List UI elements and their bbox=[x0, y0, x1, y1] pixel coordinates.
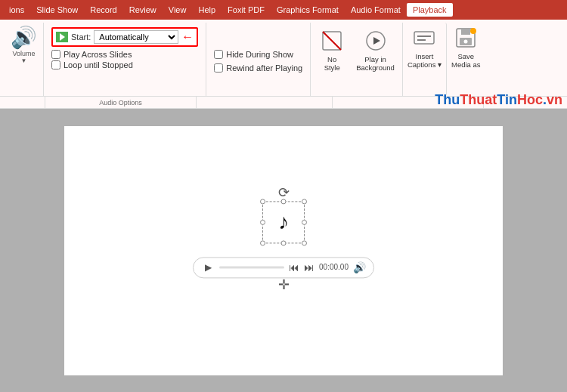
start-label: Start: bbox=[71, 32, 91, 42]
menu-bar: ions Slide Show Record Review View Help … bbox=[0, 0, 567, 20]
handle-ml[interactable] bbox=[260, 219, 265, 224]
svg-line-1 bbox=[323, 32, 341, 50]
ribbon: 🔊 Volume ▼ Start: Automatically On Click… bbox=[0, 20, 567, 109]
start-row: Start: Automatically On Click When Click… bbox=[51, 27, 198, 47]
play-across-row: Play Across Slides bbox=[51, 50, 198, 59]
handle-tc[interactable] bbox=[281, 199, 287, 204]
loop-until-checkbox[interactable] bbox=[51, 60, 60, 69]
handle-tr[interactable] bbox=[302, 199, 307, 204]
audio-options-label: Audio Options bbox=[45, 97, 197, 108]
red-arrow-indicator: ← bbox=[181, 31, 194, 43]
insert-captions-label: InsertCaptions ▾ bbox=[407, 52, 442, 69]
style-buttons-section: NoStyle Play inBackground bbox=[311, 23, 403, 96]
volume-label: Volume bbox=[12, 50, 35, 57]
volume-section: 🔊 Volume ▼ bbox=[5, 23, 44, 96]
audio-forward-button[interactable]: ⏭ bbox=[304, 261, 314, 273]
menu-item-graphics[interactable]: Graphics Format bbox=[271, 3, 345, 17]
playback-options-section: Hide During Show Rewind after Playing bbox=[206, 23, 311, 96]
menu-item-record[interactable]: Record bbox=[84, 3, 122, 17]
audio-element[interactable]: ⟳ ♪ ▶ ⏮ ⏭ 00:0 bbox=[193, 199, 374, 278]
volume-icon: 🔊 bbox=[11, 27, 37, 48]
play-background-icon bbox=[364, 29, 388, 53]
watermark-hoc: Hoc bbox=[517, 92, 543, 107]
ribbon-content: 🔊 Volume ▼ Start: Automatically On Click… bbox=[0, 20, 567, 96]
audio-rewind-button[interactable]: ⏮ bbox=[289, 261, 299, 273]
watermark-thuat: Thuat bbox=[460, 92, 497, 107]
watermark-tin: Tin bbox=[497, 92, 517, 107]
menu-item-view[interactable]: View bbox=[163, 3, 193, 17]
play-in-background-button[interactable]: Play inBackground bbox=[352, 26, 399, 76]
handle-tl[interactable] bbox=[260, 199, 265, 204]
save-media-label: SaveMedia as bbox=[451, 52, 481, 69]
save-media-icon bbox=[454, 26, 478, 50]
play-across-checkbox[interactable] bbox=[51, 50, 60, 59]
no-style-icon bbox=[320, 29, 344, 53]
slide-area: ⟳ ♪ ▶ ⏮ ⏭ 00:0 bbox=[0, 109, 567, 392]
menu-item-help[interactable]: Help bbox=[192, 3, 222, 17]
handle-br[interactable] bbox=[302, 240, 307, 245]
watermark-vn: vn bbox=[547, 92, 562, 107]
hide-during-label: Hide During Show bbox=[226, 50, 293, 59]
insert-captions-icon bbox=[412, 26, 436, 50]
menu-item-playback[interactable]: Playback bbox=[407, 3, 453, 17]
handle-mr[interactable] bbox=[302, 219, 307, 224]
start-select[interactable]: Automatically On Click When Clicked On bbox=[94, 30, 178, 44]
slide-canvas: ⟳ ♪ ▶ ⏮ ⏭ 00:0 bbox=[64, 126, 503, 375]
menu-item-slideshow[interactable]: Slide Show bbox=[30, 3, 84, 17]
loop-until-label: Loop until Stopped bbox=[64, 60, 133, 69]
handle-bc[interactable] bbox=[281, 240, 287, 245]
svg-rect-4 bbox=[414, 32, 434, 44]
rewind-row: Rewind after Playing bbox=[214, 63, 302, 73]
audio-icon-wrapper: ⟳ ♪ bbox=[261, 199, 306, 245]
rewind-label: Rewind after Playing bbox=[226, 63, 302, 73]
insert-captions-button[interactable]: InsertCaptions ▾ bbox=[403, 23, 447, 96]
music-note-icon: ♪ bbox=[278, 210, 289, 234]
menu-item-review[interactable]: Review bbox=[123, 3, 163, 17]
svg-point-11 bbox=[470, 28, 476, 34]
watermark: ThuThuatTinHoc.vn bbox=[435, 92, 562, 108]
start-play-icon bbox=[56, 32, 68, 42]
play-across-label: Play Across Slides bbox=[64, 50, 132, 59]
volume-dropdown-arrow: ▼ bbox=[21, 57, 27, 64]
hide-during-row: Hide During Show bbox=[214, 50, 302, 59]
audio-options-label2 bbox=[197, 97, 333, 108]
loop-until-row: Loop until Stopped bbox=[51, 60, 198, 69]
menu-item-foxit[interactable]: Foxit PDF bbox=[222, 3, 271, 17]
audio-progress-bar[interactable] bbox=[219, 266, 284, 268]
move-cursor-icon: ✛ bbox=[278, 276, 290, 293]
no-style-label: NoStyle bbox=[324, 55, 340, 73]
audio-play-button[interactable]: ▶ bbox=[201, 261, 215, 274]
play-background-label: Play inBackground bbox=[356, 55, 395, 73]
watermark-thu: Thu bbox=[435, 92, 460, 107]
audio-options-section: Start: Automatically On Click When Click… bbox=[44, 23, 206, 96]
rewind-checkbox[interactable] bbox=[214, 63, 223, 73]
handle-bl[interactable] bbox=[260, 240, 265, 245]
audio-controls-bar: ▶ ⏮ ⏭ 00:00.00 🔊 bbox=[193, 257, 374, 278]
play-triangle bbox=[60, 33, 65, 41]
audio-volume-button[interactable]: 🔊 bbox=[353, 261, 366, 273]
hide-during-checkbox[interactable] bbox=[214, 50, 223, 59]
svg-point-10 bbox=[464, 40, 468, 44]
save-media-button[interactable]: SaveMedia as bbox=[447, 23, 485, 96]
volume-section-label bbox=[0, 97, 45, 108]
volume-button[interactable]: 🔊 Volume ▼ bbox=[11, 27, 37, 64]
no-style-button[interactable]: NoStyle bbox=[314, 26, 350, 76]
audio-time-display: 00:00.00 bbox=[319, 263, 349, 271]
svg-rect-8 bbox=[461, 29, 470, 35]
menu-item-ions[interactable]: ions bbox=[3, 3, 30, 17]
svg-marker-3 bbox=[373, 37, 380, 45]
menu-item-audio[interactable]: Audio Format bbox=[345, 3, 407, 17]
